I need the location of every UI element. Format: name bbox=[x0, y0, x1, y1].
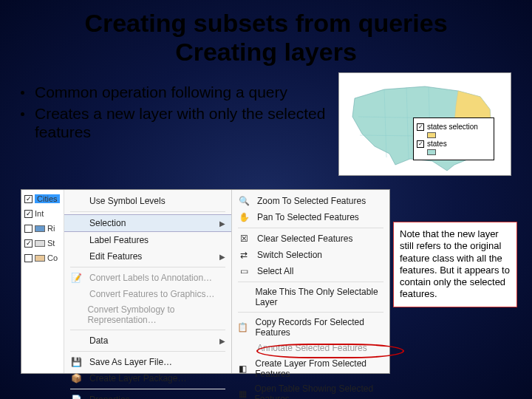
bullet-dot-icon bbox=[21, 112, 24, 116]
menu-label: Properties… bbox=[89, 395, 139, 399]
bullet-list: Common operation following a query Creat… bbox=[21, 83, 331, 145]
menu-selection[interactable]: Selection▶ bbox=[64, 214, 231, 232]
menu-label: Annotate Selected Features bbox=[257, 343, 367, 353]
checkbox-icon: ✓ bbox=[24, 195, 33, 203]
toc-label: Cities bbox=[35, 194, 60, 203]
menu-create-layer-package[interactable]: 📦Create Layer Package… bbox=[64, 370, 231, 386]
zoom-icon: 🔍 bbox=[236, 195, 251, 207]
menu-data[interactable]: Data▶ bbox=[64, 332, 231, 349]
toc-item[interactable]: ✓ St bbox=[24, 239, 61, 248]
bullet-dot-icon bbox=[21, 91, 24, 95]
menu-label: Create Layer From Selected Features bbox=[255, 358, 383, 379]
bullet-item: Common operation following a query bbox=[21, 83, 331, 101]
menu-properties[interactable]: 📄Properties… bbox=[64, 392, 231, 399]
layer-swatch-icon bbox=[35, 255, 45, 262]
checkbox-icon: ✓ bbox=[24, 210, 33, 218]
switch-icon: ⇄ bbox=[236, 249, 251, 261]
menu-label: Make This The Only Selectable Layer bbox=[255, 287, 383, 307]
map-thumbnail: ✓ states selection ✓ states bbox=[338, 72, 511, 176]
legend-row: ✓ states bbox=[417, 140, 491, 148]
chevron-right-icon: ▶ bbox=[219, 337, 225, 345]
checkbox-icon bbox=[24, 254, 33, 262]
menu-label: Data bbox=[89, 335, 108, 346]
legend-label: states bbox=[427, 140, 447, 148]
copy-icon: 📋 bbox=[236, 321, 250, 333]
layer-swatch-icon bbox=[35, 225, 45, 232]
checkbox-icon bbox=[24, 225, 33, 233]
toc-item[interactable]: Co bbox=[24, 253, 61, 262]
toc-item[interactable]: ✓ Cities bbox=[24, 194, 61, 203]
menu-edit-features[interactable]: Edit Features▶ bbox=[64, 248, 231, 265]
menu-convert-symbology[interactable]: Convert Symbology to Representation… bbox=[64, 302, 231, 327]
toc-label: St bbox=[47, 239, 55, 248]
menu-label: Label Features bbox=[89, 235, 149, 245]
properties-icon: 📄 bbox=[69, 394, 83, 399]
toc-label: Int bbox=[35, 209, 44, 218]
bullet-text: Creates a new layer with only the select… bbox=[35, 104, 331, 141]
menu-separator bbox=[70, 351, 225, 352]
menu-label: Edit Features bbox=[89, 251, 142, 262]
menu-label: Save As Layer File… bbox=[89, 357, 172, 367]
menu-open-table-selected[interactable]: ▦Open Table Showing Selected Features bbox=[232, 381, 389, 399]
legend-row bbox=[417, 132, 491, 138]
menu-separator bbox=[70, 330, 225, 330]
package-icon: 📦 bbox=[69, 372, 83, 384]
table-icon: ▦ bbox=[236, 388, 249, 399]
bullet-item: Creates a new layer with only the select… bbox=[21, 104, 331, 141]
menu-separator bbox=[70, 267, 225, 267]
menu-convert-features[interactable]: Convert Features to Graphics… bbox=[64, 286, 231, 302]
menu-label: Convert Symbology to Representation… bbox=[87, 304, 225, 325]
menu-label: Open Table Showing Selected Features bbox=[255, 383, 383, 399]
menu-create-layer-from-selected[interactable]: ◧Create Layer From Selected Features bbox=[232, 356, 389, 381]
menu-separator bbox=[70, 389, 225, 389]
menu-convert-labels[interactable]: 📝Convert Labels to Annotation… bbox=[64, 270, 231, 286]
menu-separator bbox=[238, 228, 383, 228]
chevron-right-icon: ▶ bbox=[219, 253, 225, 261]
menu-label: Zoom To Selected Features bbox=[257, 196, 366, 206]
menu-zoom-selected[interactable]: 🔍Zoom To Selected Features bbox=[232, 193, 389, 209]
select-all-icon: ▭ bbox=[236, 265, 251, 277]
menu-label: Convert Features to Graphics… bbox=[89, 289, 214, 299]
clear-icon: ☒ bbox=[236, 233, 251, 245]
menu-annotate-selected[interactable]: Annotate Selected Features bbox=[232, 340, 389, 356]
context-menu-primary: Use Symbol Levels Selection▶ Label Featu… bbox=[64, 190, 231, 373]
toc-item[interactable]: Ri bbox=[24, 224, 61, 233]
checkbox-icon: ✓ bbox=[417, 140, 424, 148]
toc-label: Co bbox=[47, 253, 58, 262]
menu-copy-records[interactable]: 📋Copy Records For Selected Features bbox=[232, 315, 389, 340]
context-menu-screenshot: ✓ Cities ✓ Int Ri ✓ St Co Use Symbol Lev… bbox=[21, 189, 390, 374]
menu-make-only-selectable[interactable]: Make This The Only Selectable Layer bbox=[232, 284, 389, 310]
title-line1: Creating subsets from queries bbox=[0, 9, 532, 38]
toc-item[interactable]: ✓ Int bbox=[24, 209, 61, 218]
menu-label: Clear Selected Features bbox=[257, 233, 352, 244]
menu-select-all[interactable]: ▭Select All bbox=[232, 263, 389, 279]
legend-row: ✓ states selection bbox=[417, 123, 491, 131]
menu-label-features[interactable]: Label Features bbox=[64, 232, 231, 248]
menu-label: Copy Records For Selected Features bbox=[256, 317, 383, 338]
layer-swatch-icon bbox=[35, 240, 45, 247]
menu-label: Selection bbox=[89, 218, 126, 228]
slide-title: Creating subsets from queries Creating l… bbox=[0, 0, 532, 66]
layer-icon: ◧ bbox=[236, 363, 249, 375]
map-legend: ✓ states selection ✓ states bbox=[413, 117, 494, 160]
menu-save-as-layer[interactable]: 💾Save As Layer File… bbox=[64, 354, 231, 370]
menu-label: Pan To Selected Features bbox=[257, 212, 359, 222]
menu-label: Create Layer Package… bbox=[89, 373, 186, 383]
checkbox-icon: ✓ bbox=[24, 239, 33, 248]
note-text: Note that the new layer still refers to … bbox=[400, 228, 510, 299]
explanatory-note: Note that the new layer still refers to … bbox=[393, 222, 517, 307]
context-menu-selection-submenu: 🔍Zoom To Selected Features ✋Pan To Selec… bbox=[231, 190, 389, 373]
menu-label: Convert Labels to Annotation… bbox=[89, 273, 212, 283]
legend-row bbox=[417, 149, 491, 155]
menu-clear-selected[interactable]: ☒Clear Selected Features bbox=[232, 231, 389, 247]
menu-pan-selected[interactable]: ✋Pan To Selected Features bbox=[232, 209, 389, 225]
menu-switch-selection[interactable]: ⇄Switch Selection bbox=[232, 247, 389, 263]
menu-separator bbox=[238, 282, 383, 282]
toc-label: Ri bbox=[47, 224, 55, 233]
menu-use-symbol-levels[interactable]: Use Symbol Levels bbox=[64, 193, 231, 209]
annotation-icon: 📝 bbox=[69, 272, 83, 284]
menu-label: Use Symbol Levels bbox=[89, 196, 166, 206]
checkbox-icon: ✓ bbox=[417, 123, 424, 131]
table-of-contents: ✓ Cities ✓ Int Ri ✓ St Co bbox=[21, 190, 64, 373]
legend-swatch-icon bbox=[427, 149, 436, 155]
